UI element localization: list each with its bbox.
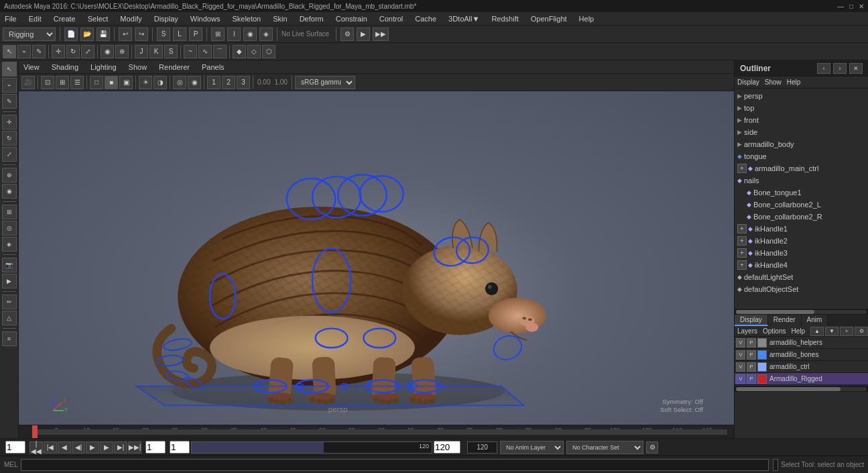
snap-grid-btn[interactable]: ⊞ [211, 28, 225, 41]
outliner-item-armadillo-body[interactable]: ▶ armadillo_body [735, 138, 868, 150]
outliner-item-side[interactable]: ▶ side [735, 126, 868, 138]
view-menu-show[interactable]: Show [127, 63, 149, 71]
ik-tool-btn[interactable]: K [149, 45, 163, 58]
paint-tool-btn[interactable]: ✎ [32, 45, 46, 58]
outliner-item-bone-collarbone-r[interactable]: ◆ Bone_collarbone2_R [735, 211, 868, 223]
select-mode-tool[interactable]: ↖ [2, 62, 17, 76]
xray-joints-btn[interactable]: ◉ [188, 76, 201, 89]
view-menu-view[interactable]: View [21, 63, 42, 71]
outliner-item-ikhandle3[interactable]: + ◆ ikHandle3 [735, 247, 868, 259]
prev-key-btn[interactable]: |◀ [44, 441, 57, 454]
show-grid-tool[interactable]: ⊞ [2, 205, 17, 219]
anim-prefs-btn[interactable]: ⚙ [646, 441, 658, 454]
outliner-item-persp[interactable]: ▶ persp [735, 90, 868, 102]
camera-icon-btn[interactable]: 🎥 [21, 76, 35, 89]
layer-menu-help[interactable]: Help [791, 327, 805, 335]
snap-surface-btn[interactable]: ◈ [259, 28, 273, 41]
expand-main-ctrl[interactable]: + [737, 164, 747, 173]
outliner-content[interactable]: ▶ persp ▶ top ▶ front ▶ side [735, 89, 868, 308]
set-key-btn[interactable]: ◆ [233, 45, 246, 58]
expand-ikhandle4[interactable]: + [737, 260, 747, 270]
paint-mode-tool[interactable]: ✎ [2, 94, 17, 109]
close-button[interactable]: ✕ [859, 3, 864, 10]
gamma-select[interactable]: sRGB gamma [295, 76, 355, 89]
universal-manip-tool[interactable]: ⊕ [2, 168, 17, 182]
outliner-item-ikhandle1[interactable]: + ◆ ikHandle1 [735, 223, 868, 235]
prev-frame-btn[interactable]: ◀ [58, 441, 71, 454]
menu-redshift[interactable]: Redshift [489, 15, 520, 23]
layer-p-rigged[interactable]: P [747, 374, 756, 384]
layer-p-ctrl[interactable]: P [747, 362, 756, 372]
soft-mod-btn[interactable]: ◉ [101, 45, 114, 58]
cv-curve-btn[interactable]: ∿ [198, 45, 212, 58]
anim-layer-select[interactable]: No Anim Layer [500, 441, 564, 454]
move-tool-btn[interactable]: ✛ [52, 45, 65, 58]
menu-cache[interactable]: Cache [413, 15, 438, 23]
paint-sel-btn[interactable]: P [189, 28, 202, 41]
outliner-item-ikhandle2[interactable]: + ◆ ikHandle2 [735, 235, 868, 247]
xray-btn[interactable]: ◎ [173, 76, 186, 89]
res-low-btn[interactable]: 1 [207, 76, 221, 89]
scale-mode-tool[interactable]: ⤢ [2, 147, 17, 162]
layer-menu-layers[interactable]: Layers [737, 327, 757, 335]
outliner-item-object-set[interactable]: ◆ defaultObjectSet [735, 283, 868, 295]
lasso-btn[interactable]: L [173, 28, 186, 41]
snap-point-tool[interactable]: ◎ [2, 221, 17, 235]
outliner-item-nails[interactable]: ◆ nails [735, 174, 868, 187]
lasso-tool-btn[interactable]: ⌁ [17, 45, 31, 58]
skip-to-start-btn[interactable]: |◀◀ [29, 441, 43, 454]
view-menu-renderer[interactable]: Renderer [157, 63, 192, 71]
view-menu-panels[interactable]: Panels [200, 63, 227, 71]
outliner-item-light-set[interactable]: ◆ defaultLightSet [735, 271, 868, 283]
expand-ikhandle2[interactable]: + [737, 236, 747, 246]
menu-windows[interactable]: Windows [188, 15, 223, 23]
scale-tool-btn[interactable]: ⤢ [81, 45, 95, 58]
render-tool[interactable]: ▶ [2, 274, 17, 288]
layer-v-ctrl[interactable]: V [736, 362, 745, 372]
set-breakdown-btn[interactable]: ◇ [247, 45, 261, 58]
menu-create[interactable]: Create [52, 15, 78, 23]
menu-openflight[interactable]: OpenFlight [529, 15, 569, 23]
wireframe-btn[interactable]: □ [90, 76, 103, 89]
render-settings-btn[interactable]: ⚙ [340, 28, 354, 41]
hierarchy-btn[interactable]: ☰ [70, 76, 84, 89]
next-key-btn[interactable]: ▶| [114, 441, 127, 454]
move-mode-tool[interactable]: ✛ [2, 115, 17, 129]
outliner-item-bone-collarbone-l[interactable]: ◆ Bone_collarbone2_L [735, 199, 868, 211]
next-frame-btn[interactable]: ▶ [100, 441, 113, 454]
range-end-input[interactable] [434, 441, 460, 454]
snap-surface-tool[interactable]: ◈ [2, 237, 17, 252]
menu-display[interactable]: Display [152, 15, 180, 23]
outliner-item-top[interactable]: ▶ top [735, 102, 868, 114]
viewport[interactable]: persp Symmetry: Off Soft Select: Off X Y… [19, 91, 734, 425]
timeline-slider[interactable]: 120 [191, 441, 432, 454]
menu-edit[interactable]: Edit [27, 15, 44, 23]
ipr-btn[interactable]: ▶▶ [373, 28, 389, 41]
select-mode-btn[interactable]: S [157, 28, 170, 41]
play-fwd-btn[interactable]: ▶ [86, 441, 99, 454]
ik-spring-btn[interactable]: S [164, 45, 178, 58]
outliner-arrow-right[interactable]: › [833, 63, 847, 74]
menu-help[interactable]: Help [577, 15, 597, 23]
undo-btn[interactable]: ↩ [119, 28, 132, 41]
timeline-row[interactable]: 1 5 10 15 20 25 30 35 40 45 50 55 60 65 … [19, 425, 734, 438]
max-time-input[interactable] [467, 441, 497, 454]
view-menu-shading[interactable]: Shading [50, 63, 80, 71]
layer-scrollbar[interactable] [735, 385, 868, 392]
menu-3dtall[interactable]: 3DtoAll▼ [446, 15, 481, 23]
lasso-mode-tool[interactable]: ⌁ [2, 78, 17, 93]
outliner-menu-display[interactable]: Display [737, 78, 759, 86]
layer-row-rigged[interactable]: V P Armadillo_Rigged [735, 373, 868, 385]
rotate-mode-tool[interactable]: ↻ [2, 131, 17, 146]
layer-v-rigged[interactable]: V [736, 374, 745, 384]
layer-down-btn[interactable]: ▼ [825, 327, 839, 336]
snap-curve-btn[interactable]: ⌇ [227, 28, 241, 41]
menu-file[interactable]: File [3, 15, 19, 23]
mode-dropdown[interactable]: Rigging Animation Modeling [3, 28, 56, 41]
soft-mod-tool[interactable]: ◉ [2, 184, 17, 199]
layer-add-btn[interactable]: + [840, 327, 853, 336]
curve-tool-btn[interactable]: ~ [184, 45, 197, 58]
save-btn[interactable]: 💾 [97, 28, 110, 41]
minimize-button[interactable]: — [837, 3, 844, 10]
menu-constrain[interactable]: Constrain [334, 15, 369, 23]
